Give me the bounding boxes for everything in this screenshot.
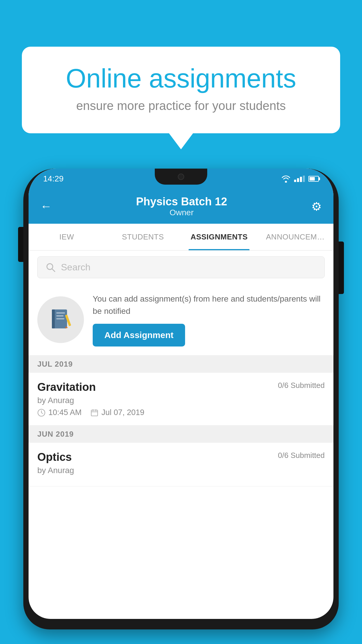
app-header: ← Physics Batch 12 Owner ⚙ xyxy=(29,189,333,224)
signal-bars-icon xyxy=(294,176,305,182)
bubble-title: Online assignments xyxy=(45,64,317,93)
assignment-optics[interactable]: Optics 0/6 Submitted by Anurag xyxy=(29,443,333,487)
calendar-icon xyxy=(90,409,99,417)
batch-role: Owner xyxy=(136,208,227,217)
assignment-optics-submitted: 0/6 Submitted xyxy=(278,451,325,460)
wifi-icon xyxy=(281,175,291,183)
svg-rect-12 xyxy=(91,410,98,416)
notebook-icon xyxy=(48,307,74,333)
back-button[interactable]: ← xyxy=(40,200,52,213)
assignment-optics-top-row: Optics 0/6 Submitted xyxy=(37,451,325,463)
promo-icon-circle xyxy=(37,296,84,343)
camera-dot xyxy=(178,174,184,180)
tab-assignments[interactable]: ASSIGNMENTS xyxy=(181,224,257,250)
section-jul-2019: JUL 2019 xyxy=(29,356,333,373)
bubble-subtitle: ensure more practice for your students xyxy=(45,99,317,113)
tab-students[interactable]: STUDENTS xyxy=(105,224,181,250)
battery-fill xyxy=(310,177,315,181)
settings-icon[interactable]: ⚙ xyxy=(311,200,322,213)
phone-frame: 14:29 xyxy=(23,169,339,629)
status-time: 14:29 xyxy=(43,174,64,183)
tab-overview[interactable]: IEW xyxy=(29,224,105,250)
notch xyxy=(155,169,207,185)
assignment-submitted: 0/6 Submitted xyxy=(278,381,325,390)
assignment-top-row: Gravitation 0/6 Submitted xyxy=(37,381,325,393)
promo-card: You can add assignment(s) from here and … xyxy=(29,284,333,356)
search-box[interactable]: Search xyxy=(37,256,325,278)
clock-icon xyxy=(37,409,45,417)
svg-line-1 xyxy=(52,269,55,272)
tab-announcements[interactable]: ANNOUNCEM… xyxy=(257,224,334,250)
promo-description: You can add assignment(s) from here and … xyxy=(93,293,325,317)
assignment-time: 10:45 AM xyxy=(37,408,82,417)
status-bar: 14:29 xyxy=(29,169,333,189)
assignment-by: by Anurag xyxy=(37,396,325,405)
svg-line-11 xyxy=(41,413,43,414)
assignment-details: 10:45 AM Jul 07, 2019 xyxy=(37,408,325,417)
assignment-gravitation[interactable]: Gravitation 0/6 Submitted by Anurag 10:4… xyxy=(29,373,333,426)
svg-rect-6 xyxy=(56,318,64,319)
search-icon xyxy=(46,262,56,272)
section-jun-2019: JUN 2019 xyxy=(29,426,333,443)
tabs-container: IEW STUDENTS ASSIGNMENTS ANNOUNCEM… xyxy=(29,224,333,251)
assignment-optics-by: by Anurag xyxy=(37,466,325,475)
svg-rect-5 xyxy=(56,315,64,316)
battery-icon xyxy=(308,176,319,182)
promo-bubble: Online assignments ensure more practice … xyxy=(22,47,340,133)
search-placeholder: Search xyxy=(61,262,90,273)
add-assignment-button[interactable]: Add Assignment xyxy=(93,324,185,346)
phone-container: 14:29 xyxy=(23,163,339,644)
status-icons xyxy=(281,175,319,183)
svg-rect-4 xyxy=(56,312,65,314)
phone-screen: 14:29 xyxy=(29,169,333,619)
assignment-name: Gravitation xyxy=(37,381,96,393)
header-center: Physics Batch 12 Owner xyxy=(136,195,227,217)
search-container: Search xyxy=(29,251,333,284)
batch-name: Physics Batch 12 xyxy=(136,195,227,208)
assignment-date: Jul 07, 2019 xyxy=(90,408,144,417)
svg-rect-3 xyxy=(52,309,55,328)
speech-bubble: Online assignments ensure more practice … xyxy=(22,47,340,133)
assignment-optics-name: Optics xyxy=(37,451,72,463)
promo-text: You can add assignment(s) from here and … xyxy=(93,293,325,346)
